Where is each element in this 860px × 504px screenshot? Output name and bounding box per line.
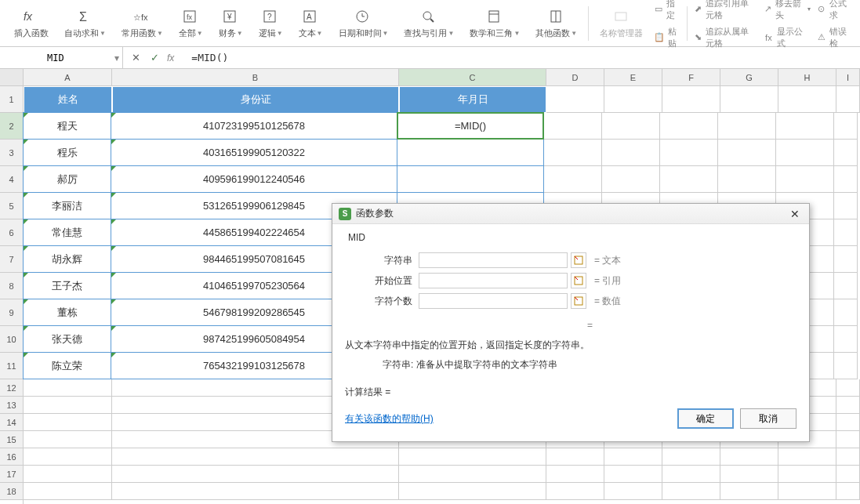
cell[interactable] — [112, 483, 399, 500]
cell[interactable]: 程乐 — [23, 139, 111, 166]
cell[interactable] — [778, 448, 836, 466]
cell[interactable] — [24, 379, 112, 397]
param-string-input[interactable] — [419, 252, 568, 268]
finance-button[interactable]: ¥ 财务▼ — [212, 2, 249, 45]
range-select-button[interactable] — [571, 293, 586, 309]
cell[interactable] — [836, 466, 860, 483]
cell[interactable]: 程天 — [23, 112, 111, 140]
header-cell-id[interactable]: 身份证 — [112, 86, 399, 113]
cell[interactable] — [24, 483, 112, 500]
row-header[interactable]: 5 — [0, 193, 23, 219]
cell[interactable] — [836, 431, 860, 448]
cell[interactable] — [720, 86, 778, 113]
row-header[interactable]: 8 — [0, 273, 23, 299]
cell[interactable] — [24, 448, 112, 466]
cell[interactable] — [602, 140, 660, 166]
cell[interactable] — [834, 353, 858, 379]
cell[interactable] — [720, 448, 778, 466]
name-box[interactable]: ▾ — [0, 47, 123, 68]
column-header[interactable]: F — [662, 69, 720, 85]
formula-cancel-button[interactable]: ✕ — [129, 52, 142, 63]
cell[interactable] — [544, 140, 602, 166]
text-button[interactable]: A 文本▼ — [292, 2, 329, 45]
param-count-input[interactable] — [419, 293, 568, 309]
cell[interactable] — [662, 448, 720, 466]
cell[interactable] — [544, 113, 602, 140]
help-link[interactable]: 有关该函数的帮助(H) — [345, 412, 671, 426]
cell[interactable] — [834, 246, 858, 273]
row-header[interactable]: 7 — [0, 246, 23, 273]
select-all-corner[interactable] — [0, 69, 23, 86]
column-header[interactable]: C — [399, 69, 546, 85]
cell[interactable] — [836, 414, 860, 431]
cell[interactable]: 403165199905120322 — [111, 139, 397, 166]
cell[interactable] — [399, 466, 546, 483]
cell[interactable]: 陈立荣 — [23, 352, 111, 379]
cell[interactable] — [720, 483, 778, 500]
cell[interactable] — [834, 273, 858, 299]
cell[interactable] — [660, 113, 718, 140]
cell[interactable] — [836, 483, 860, 500]
cell[interactable]: 胡永辉 — [23, 245, 111, 273]
cell[interactable] — [546, 86, 604, 113]
cell[interactable] — [776, 113, 834, 140]
row-header[interactable]: 17 — [0, 466, 23, 483]
cell[interactable] — [397, 165, 544, 193]
header-cell-date[interactable]: 年月日 — [399, 86, 546, 113]
cell[interactable] — [24, 466, 112, 483]
header-cell-name[interactable]: 姓名 — [24, 86, 112, 113]
cell[interactable] — [776, 140, 834, 166]
cell[interactable] — [834, 299, 858, 326]
row-header[interactable]: 9 — [0, 299, 23, 326]
cell[interactable] — [662, 86, 720, 113]
cell[interactable] — [778, 86, 836, 113]
row-header[interactable]: 13 — [0, 397, 23, 414]
cell[interactable] — [602, 113, 660, 140]
cell[interactable] — [604, 86, 662, 113]
cell[interactable] — [836, 86, 860, 113]
row-header[interactable]: 16 — [0, 448, 23, 466]
row-header[interactable]: 4 — [0, 166, 23, 193]
cell[interactable] — [718, 140, 776, 166]
cell[interactable] — [662, 483, 720, 500]
cell[interactable] — [834, 140, 858, 166]
row-header[interactable]: 18 — [0, 483, 23, 500]
column-header[interactable]: G — [720, 69, 778, 85]
cell[interactable]: 王子杰 — [23, 272, 111, 299]
cell[interactable] — [834, 166, 858, 193]
cell[interactable] — [720, 466, 778, 483]
row-header[interactable]: 14 — [0, 414, 23, 431]
cancel-button[interactable]: 取消 — [740, 408, 796, 429]
cell[interactable] — [778, 466, 836, 483]
cell[interactable] — [24, 431, 112, 448]
cell[interactable] — [544, 166, 602, 193]
dialog-titlebar[interactable]: S 函数参数 ✕ — [332, 204, 809, 224]
cell[interactable] — [660, 166, 718, 193]
cell[interactable] — [399, 483, 546, 500]
cell[interactable] — [834, 219, 858, 246]
math-trig-button[interactable]: 数学和三角▼ — [463, 2, 526, 45]
row-header[interactable]: 15 — [0, 431, 23, 448]
cell[interactable] — [776, 166, 834, 193]
row-header[interactable]: 11 — [0, 353, 23, 379]
lookup-button[interactable]: 查找与引用▼ — [397, 2, 460, 45]
row-header[interactable]: 6 — [0, 219, 23, 246]
cell[interactable] — [836, 379, 860, 397]
cell[interactable] — [834, 193, 858, 219]
row-header[interactable]: 10 — [0, 326, 23, 353]
cell[interactable]: 董栋 — [23, 299, 111, 326]
cell[interactable] — [718, 166, 776, 193]
column-header[interactable]: B — [112, 69, 399, 85]
cell[interactable] — [546, 448, 604, 466]
param-start-input[interactable] — [419, 273, 568, 288]
row-header[interactable]: 1 — [0, 86, 23, 113]
cell[interactable] — [604, 466, 662, 483]
cell[interactable]: 李丽洁 — [23, 192, 111, 219]
cell[interactable]: 张天德 — [23, 325, 111, 353]
cell[interactable]: 郝厉 — [23, 165, 111, 193]
cell[interactable] — [778, 483, 836, 500]
column-header[interactable]: I — [836, 69, 860, 85]
column-header[interactable]: H — [778, 69, 836, 85]
ok-button[interactable]: 确定 — [677, 408, 734, 429]
datetime-button[interactable]: 日期和时间▼ — [332, 2, 395, 45]
